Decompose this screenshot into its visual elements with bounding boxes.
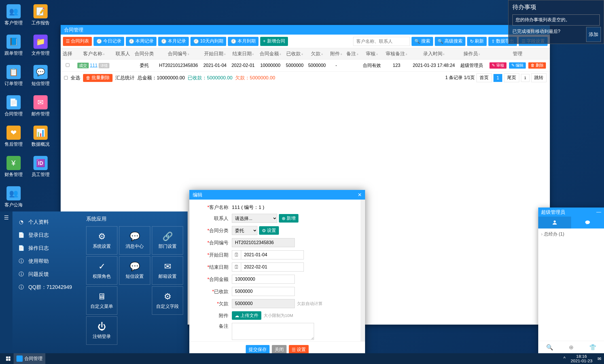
desktop-icon[interactable]: 💬短信管理	[31, 65, 50, 87]
column-header[interactable]: 欠款	[306, 48, 328, 60]
column-header[interactable]: 客户名称	[75, 48, 113, 60]
add-contract-button[interactable]: + 新增合同	[260, 37, 288, 46]
close-button[interactable]: 关闭	[272, 345, 287, 354]
month-button[interactable]: 🕘 本月记录	[158, 37, 189, 46]
desktop-icon[interactable]: 📘跟单管理	[4, 35, 23, 56]
column-header[interactable]: 审核备注	[383, 48, 410, 60]
app-tile[interactable]: ✉邮箱设置	[152, 256, 183, 285]
start-button[interactable]	[3, 353, 14, 364]
chat-tab[interactable]	[571, 217, 604, 228]
mail-icon[interactable]: ✉	[597, 356, 601, 361]
search-icon[interactable]: 🔍	[546, 344, 553, 351]
row-checkbox[interactable]	[66, 63, 69, 67]
desktop-icon[interactable]: 📊数据概况	[31, 126, 50, 147]
submit-button[interactable]: 提交保存	[246, 345, 270, 354]
shirt-icon[interactable]: 👕	[589, 344, 596, 351]
app-tile[interactable]: 🔗部门设置	[152, 226, 183, 255]
contact-select[interactable]: 请选择...	[232, 214, 277, 223]
search-button[interactable]: 🔍 搜索	[412, 37, 433, 46]
customer-link[interactable]: 111	[90, 63, 98, 68]
app-tile[interactable]: 💬消息中心	[119, 226, 150, 255]
column-header[interactable]: 选择	[61, 48, 75, 60]
delete-button[interactable]: 🗑 删除	[528, 62, 546, 69]
start-menu-item[interactable]: 📄操作日志	[15, 242, 80, 255]
column-header[interactable]: 合同分类	[132, 48, 156, 60]
desktop-icon[interactable]: 📝工作报告	[31, 4, 50, 26]
desktop-icon[interactable]: 📄合同管理	[4, 95, 23, 117]
refresh-button[interactable]: ↻ 刷新	[467, 37, 487, 46]
search-input[interactable]	[353, 37, 410, 46]
dialog-close-icon[interactable]: ✕	[358, 192, 362, 198]
desktop-icon[interactable]: 📁文件管理	[31, 35, 50, 56]
adv-search-button[interactable]: 🔍 高级搜索	[435, 37, 465, 46]
note-textarea[interactable]	[232, 323, 314, 340]
app-tile[interactable]: ⚙系统设置	[86, 226, 117, 255]
start-date-field[interactable]	[241, 250, 304, 259]
column-header[interactable]: 开始日期	[201, 48, 229, 60]
column-header[interactable]: 附件	[328, 48, 344, 60]
column-header[interactable]: 录入时间	[410, 48, 458, 60]
app-tile[interactable]: ⏻注销登录	[86, 316, 117, 345]
column-header[interactable]: 备注	[344, 48, 361, 60]
edit-button[interactable]: ✎ 编辑	[509, 62, 526, 69]
end-date-field[interactable]	[241, 263, 304, 272]
desktop-icon[interactable]: ✉邮件管理	[31, 95, 50, 117]
first-page-button[interactable]: 首页	[476, 73, 492, 82]
taskbar-app[interactable]: 合同管理	[14, 353, 45, 364]
desktop-icon[interactable]: ❤售后管理	[4, 126, 23, 147]
column-header[interactable]: 合同金额	[257, 48, 283, 60]
desktop-icon[interactable]: 👥客户管理	[4, 4, 23, 26]
due-month-button[interactable]: 🕘 本月到期	[228, 37, 258, 46]
svg-rect-3	[9, 357, 10, 359]
batch-delete-button[interactable]: 🗑 批量删除	[83, 74, 113, 82]
due-10d-button[interactable]: 🕘 10天内到期	[190, 37, 226, 46]
admin-minimize-icon[interactable]: —	[596, 209, 601, 215]
calendar-icon: 🗓	[232, 263, 241, 272]
menu-icon[interactable]: ☰	[3, 214, 10, 221]
desktop-icon[interactable]: ¥财务管理	[4, 156, 23, 178]
category-select[interactable]: 委托	[232, 226, 257, 235]
table-row: 成交 111 详情 委托 HT2021012345836 2021-01-04 …	[61, 60, 550, 72]
upload-button[interactable]: ☁ 上传文件	[232, 311, 261, 320]
detail-badge[interactable]: 详情	[99, 63, 109, 68]
go-button[interactable]: 跳转	[531, 73, 546, 82]
desktop-icon[interactable]: 📋订单管理	[4, 65, 23, 87]
start-menu-item[interactable]: 📄登录日志	[15, 228, 80, 242]
start-menu-item[interactable]: ◔个人资料	[15, 215, 80, 228]
paid-field[interactable]	[232, 287, 295, 296]
column-header[interactable]: 已收款	[283, 48, 306, 60]
amount-field[interactable]	[232, 275, 295, 284]
select-all-checkbox[interactable]	[64, 76, 68, 80]
clock[interactable]: 18:162021-01-23	[571, 354, 592, 363]
tree-item[interactable]: 总经办 (1)	[541, 231, 601, 237]
column-header[interactable]: 操作员	[458, 48, 486, 60]
week-button[interactable]: 🕘 本周记录	[126, 37, 156, 46]
page-input[interactable]	[521, 74, 529, 82]
page-number[interactable]: 1	[493, 74, 502, 82]
app-tile[interactable]: ⚙自定义字段	[152, 286, 183, 315]
start-menu-item[interactable]: ⓘ使用帮助	[15, 255, 80, 268]
contract-list-button[interactable]: ☰ 合同列表	[63, 37, 92, 46]
app-tile[interactable]: ✓权限角色	[86, 256, 117, 285]
today-button[interactable]: 🕘 今日记录	[94, 37, 124, 46]
audit-button[interactable]: ✎ 审核	[489, 62, 506, 69]
column-header[interactable]: 联系人	[113, 48, 132, 60]
category-set-button[interactable]: ⚙ 设置	[259, 226, 279, 235]
tray-up-icon[interactable]: ^	[563, 356, 566, 361]
desktop-icon[interactable]: 🆔员工管理	[31, 156, 50, 178]
last-page-button[interactable]: 尾页	[504, 73, 519, 82]
start-menu-item[interactable]: ⓘ问题反馈	[15, 268, 80, 281]
settings-button[interactable]: ☰ 设置	[289, 345, 309, 354]
column-header[interactable]: 合同编号	[156, 48, 201, 60]
app-tile[interactable]: 💬短信设置	[119, 256, 150, 285]
desktop-icon[interactable]: 👥客户公海	[4, 186, 23, 208]
todo-add-button[interactable]: 添加	[586, 27, 601, 42]
start-menu-item[interactable]: ⓘQQ群：712042949	[15, 281, 80, 294]
app-tile[interactable]: 🖥自定义菜单	[86, 286, 117, 315]
column-header[interactable]: 结束日期	[229, 48, 257, 60]
add-contact-button[interactable]: ⊕ 新增	[279, 214, 298, 223]
column-header[interactable]: 管理	[486, 48, 550, 60]
add-icon[interactable]: ⊕	[569, 344, 574, 351]
column-header[interactable]: 审核	[361, 48, 383, 60]
users-tab[interactable]	[538, 217, 571, 228]
